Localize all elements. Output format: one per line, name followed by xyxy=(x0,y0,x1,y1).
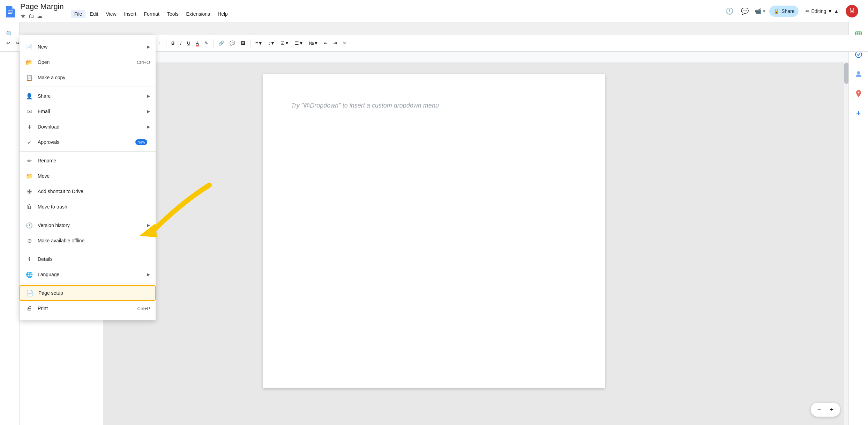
page-setup-label: Page setup xyxy=(38,290,149,296)
image-button[interactable]: 🖼 xyxy=(239,39,247,47)
arrow-icon: ▶ xyxy=(147,124,150,129)
make-copy-label: Make a copy xyxy=(38,75,150,80)
menu-item-move-trash[interactable]: 🗑 Move to trash xyxy=(20,199,156,214)
svg-point-10 xyxy=(855,51,862,58)
menu-extensions[interactable]: Extensions xyxy=(183,10,214,18)
star-icon[interactable]: ★ xyxy=(20,12,26,20)
doc-title[interactable]: Page Margin xyxy=(20,2,64,11)
menu-item-language[interactable]: 🌐 Language ▶ xyxy=(20,267,156,282)
version-history-label: Version history xyxy=(38,222,147,228)
menu-item-add-shortcut[interactable]: ⊕ Add shortcut to Drive xyxy=(20,184,156,199)
menu-item-rename[interactable]: ✏ Rename xyxy=(20,153,156,168)
menu-item-share[interactable]: 👤 Share ▶ xyxy=(20,88,156,104)
menu-help[interactable]: Help xyxy=(214,10,231,18)
menu-view[interactable]: View xyxy=(102,10,120,18)
rename-icon: ✏ xyxy=(25,156,33,165)
checklist-button[interactable]: ☑▼ xyxy=(278,39,291,47)
menu-item-details[interactable]: ℹ Details xyxy=(20,251,156,267)
menu-edit[interactable]: Edit xyxy=(86,10,102,18)
copy-icon: 📋 xyxy=(25,73,33,82)
cloud-icon[interactable]: ☁ xyxy=(37,13,43,19)
highlight-button[interactable]: ✎ xyxy=(202,39,210,47)
print-icon: 🖨 xyxy=(25,304,33,313)
folder-icon[interactable]: 🗂 xyxy=(29,13,34,19)
chevron-down-icon: ▼ xyxy=(828,8,832,14)
add-apps-icon[interactable]: + xyxy=(852,106,866,120)
open-label: Open xyxy=(38,59,137,65)
scrollbar[interactable] xyxy=(844,63,848,425)
approvals-label: Approvals xyxy=(38,139,135,145)
menu-item-email[interactable]: ✉ Email ▶ xyxy=(20,104,156,119)
comments-icon[interactable]: 💬 xyxy=(739,5,751,17)
move-trash-label: Move to trash xyxy=(38,204,150,210)
italic-button[interactable]: I xyxy=(178,39,184,47)
menu-section-5: ℹ Details 🌐 Language ▶ xyxy=(20,250,156,284)
font-size-increase-button[interactable]: + xyxy=(156,39,163,47)
menu-item-open[interactable]: 📂 Open Ctrl+O xyxy=(20,54,156,70)
link-button[interactable]: 🔗 xyxy=(216,39,226,47)
comment-button[interactable]: 💬 xyxy=(227,39,237,47)
add-shortcut-label: Add shortcut to Drive xyxy=(38,189,150,194)
share-button[interactable]: 🔒 Share xyxy=(769,6,799,17)
menu-section-3: ✏ Rename 📁 Move ⊕ Add shortcut to Drive … xyxy=(20,152,156,216)
arrow-icon: ▶ xyxy=(147,109,150,114)
menu-item-approvals[interactable]: ✓ Approvals New xyxy=(20,134,156,150)
maps-icon[interactable] xyxy=(852,87,866,101)
bold-button[interactable]: B xyxy=(169,39,177,47)
line-spacing-button[interactable]: ↕▼ xyxy=(266,39,277,47)
title-area: Page Margin ★ 🗂 ☁ xyxy=(20,2,64,20)
undo-button[interactable]: ↩ xyxy=(4,39,12,47)
text-color-button[interactable]: A xyxy=(194,39,201,47)
menu-item-print[interactable]: 🖨 Print Ctrl+P xyxy=(20,301,156,316)
menu-item-new[interactable]: 📄 New ▶ xyxy=(20,39,156,54)
menu-file[interactable]: File xyxy=(71,10,86,18)
document-placeholder: Try "@Dropdown" to insert a custom dropd… xyxy=(291,102,439,109)
indent-decrease-button[interactable]: ⇤ xyxy=(322,39,330,47)
indent-increase-button[interactable]: ⇥ xyxy=(331,39,339,47)
editing-mode-selector[interactable]: ✏ Editing ▼ ▲ xyxy=(801,6,843,16)
zoom-minus-button[interactable]: − xyxy=(814,404,825,415)
divider xyxy=(213,39,214,47)
menu-item-move[interactable]: 📁 Move xyxy=(20,168,156,184)
history-icon[interactable]: 🕐 xyxy=(723,5,736,17)
meet-icon[interactable]: 📹 ▼ xyxy=(754,5,766,17)
underline-button[interactable]: U xyxy=(185,39,192,47)
menu-section-2: 👤 Share ▶ ✉ Email ▶ ⬇ Download ▶ ✓ Appro… xyxy=(20,87,156,152)
clear-format-button[interactable]: ✕ xyxy=(341,39,349,47)
document-page[interactable]: Try "@Dropdown" to insert a custom dropd… xyxy=(263,74,605,388)
arrow-icon: ▶ xyxy=(147,272,150,277)
history-icon: 🕐 xyxy=(25,221,33,229)
menu-item-offline[interactable]: ⊘ Make available offline xyxy=(20,233,156,248)
menu-item-page-setup[interactable]: 📄 Page setup xyxy=(20,285,156,301)
svg-rect-2 xyxy=(8,12,13,12)
align-button[interactable]: ≡▼ xyxy=(253,39,264,47)
menu-bar: File Edit View Insert Format Tools Exten… xyxy=(71,10,231,18)
details-label: Details xyxy=(38,256,150,262)
menu-section-4: 🕐 Version history ▶ ⊘ Make available off… xyxy=(20,216,156,250)
menu-section-6: 📄 Page setup 🖨 Print Ctrl+P xyxy=(20,284,156,317)
user-avatar[interactable]: M xyxy=(846,5,858,17)
share-label: Share xyxy=(38,93,147,99)
zoom-plus-button[interactable]: + xyxy=(826,404,837,415)
numbered-list-button[interactable]: №▼ xyxy=(307,39,321,47)
file-menu-dropdown: 📄 New ▶ 📂 Open Ctrl+O 📋 Make a copy 👤 Sh… xyxy=(20,35,156,320)
chevron-up-icon: ▲ xyxy=(834,8,839,14)
contacts-icon[interactable] xyxy=(852,67,866,81)
menu-format[interactable]: Format xyxy=(141,10,163,18)
open-shortcut: Ctrl+O xyxy=(137,60,150,65)
share-icon: 👤 xyxy=(25,92,33,100)
new-badge: New xyxy=(135,139,147,145)
menu-tools[interactable]: Tools xyxy=(164,10,182,18)
menu-item-make-copy[interactable]: 📋 Make a copy xyxy=(20,70,156,85)
menu-item-version-history[interactable]: 🕐 Version history ▶ xyxy=(20,218,156,233)
bullet-list-button[interactable]: ☰▼ xyxy=(293,39,306,47)
print-label: Print xyxy=(38,306,137,311)
new-label: New xyxy=(38,44,147,50)
google-docs-icon xyxy=(4,5,17,17)
menu-item-download[interactable]: ⬇ Download ▶ xyxy=(20,119,156,134)
menu-insert[interactable]: Insert xyxy=(121,10,140,18)
title-icons: ★ 🗂 ☁ xyxy=(20,12,64,20)
zoom-control: − + xyxy=(811,403,840,417)
app-bar: Page Margin ★ 🗂 ☁ File Edit View Insert … xyxy=(0,0,868,22)
svg-point-11 xyxy=(857,71,860,74)
